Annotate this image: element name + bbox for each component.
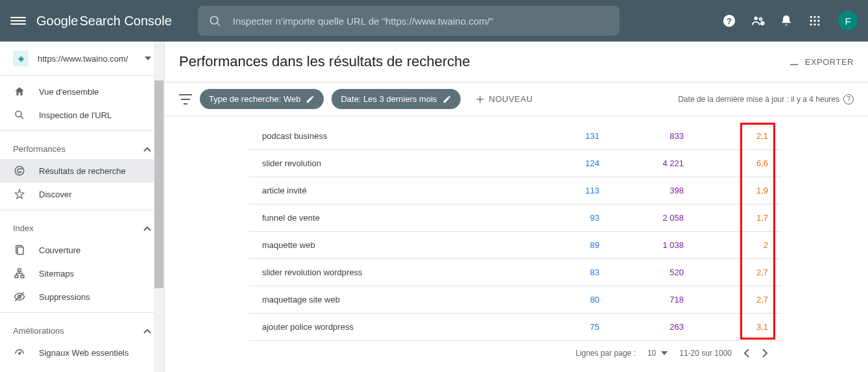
sidebar: ◈ https://www.twaino.com/ Vue d'ensemble… [0, 42, 165, 372]
cell-query: podcast business [262, 131, 515, 141]
svg-point-0 [210, 16, 218, 24]
sidebar-section-index[interactable]: Index [0, 214, 164, 238]
plus-icon [475, 94, 485, 105]
people-icon[interactable] [750, 13, 766, 29]
table-row[interactable]: slider revolution1244 2216,6 [249, 150, 781, 177]
next-page-button[interactable] [762, 349, 768, 358]
bell-icon[interactable] [778, 13, 794, 29]
cell-impressions: 718 [599, 295, 684, 304]
svg-point-4 [754, 17, 758, 20]
sidebar-item-url-inspection[interactable]: Inspection de l'URL [0, 103, 164, 127]
sidebar-section-enhancements[interactable]: Améliorations [0, 317, 164, 341]
property-selector[interactable]: ◈ https://www.twaino.com/ [0, 42, 164, 75]
sidebar-item-label: Couverture [39, 245, 80, 255]
svg-rect-28 [181, 99, 190, 100]
svg-point-8 [814, 16, 815, 18]
filter-chip-search-type[interactable]: Type de recherche: Web [200, 89, 324, 109]
menu-icon[interactable] [10, 13, 26, 29]
rows-per-page-select[interactable]: 10 [647, 349, 668, 358]
search-icon [13, 108, 26, 121]
export-button[interactable]: EXPORTER [788, 56, 854, 68]
sidebar-item-sitemaps[interactable]: Sitemaps [0, 262, 164, 285]
svg-rect-27 [179, 94, 192, 95]
cell-impressions: 1 038 [599, 240, 684, 250]
sidebar-item-label: Signaux Web essentiels [39, 348, 129, 358]
search-icon [208, 14, 221, 27]
sidebar-item-label: Discover [39, 190, 72, 199]
cell-query: funnel de vente [262, 213, 515, 223]
cell-clicks: 124 [515, 158, 599, 168]
filter-chip-date[interactable]: Date: Les 3 derniers mois [332, 89, 460, 109]
info-icon[interactable]: ? [843, 94, 854, 105]
cell-query: maquette web [262, 240, 515, 250]
filter-icon[interactable] [179, 93, 192, 106]
pagination: Lignes par page : 10 11-20 sur 1000 [249, 341, 781, 366]
table-row[interactable]: funnel de vente932 0581,7 [249, 205, 781, 232]
sidebar-item-label: Sitemaps [39, 269, 74, 279]
cell-clicks: 113 [515, 186, 599, 195]
svg-point-7 [810, 16, 812, 18]
cell-query: slider revolution wordpress [262, 267, 515, 277]
table-row[interactable]: article invité1133981,9 [249, 177, 781, 205]
sidebar-item-search-results[interactable]: Résultats de recherche [0, 159, 164, 182]
page-title: Performances dans les résultats de reche… [179, 53, 470, 70]
svg-rect-22 [15, 275, 18, 278]
table-row[interactable]: slider revolution wordpress835202,7 [249, 259, 781, 286]
cell-impressions: 4 221 [599, 158, 684, 168]
svg-point-5 [760, 18, 762, 20]
google-g-icon [13, 164, 26, 177]
sidebar-item-label: Inspection de l'URL [39, 110, 112, 120]
sidebar-section-performances[interactable]: Performances [0, 135, 164, 159]
table-row[interactable]: ajouter police wordpress752633,1 [249, 314, 781, 341]
svg-point-26 [19, 353, 20, 354]
svg-point-13 [810, 23, 812, 25]
cell-position: 2 [684, 240, 768, 250]
cell-impressions: 398 [599, 186, 684, 195]
cell-position: 1,9 [684, 186, 768, 195]
cell-position: 3,1 [684, 322, 768, 332]
table-row[interactable]: podcast business1318332,1 [249, 123, 781, 150]
sidebar-item-removals[interactable]: Suppressions [0, 285, 164, 308]
svg-point-9 [817, 16, 819, 18]
chevron-up-icon [143, 147, 151, 152]
cell-clicks: 89 [515, 240, 599, 250]
cell-clicks: 131 [515, 131, 599, 141]
download-icon [788, 56, 800, 68]
cell-clicks: 75 [515, 322, 599, 332]
sidebar-item-core-web-vitals[interactable]: Signaux Web essentiels [0, 341, 164, 364]
svg-point-15 [817, 23, 819, 25]
table-row[interactable]: maquette web891 0382 [249, 232, 781, 259]
pencil-icon [306, 95, 315, 104]
avatar[interactable]: F [838, 11, 858, 31]
svg-rect-29 [184, 103, 187, 105]
chevron-up-icon [143, 226, 151, 231]
help-icon[interactable]: ? [721, 13, 737, 29]
cell-query: article invité [262, 186, 515, 195]
prev-page-button[interactable] [743, 349, 750, 358]
url-inspect-search[interactable]: Inspecter n'importe quelle URL de "https… [198, 6, 620, 36]
apps-icon[interactable] [807, 13, 823, 29]
sidebar-scrollbar[interactable] [154, 42, 164, 372]
cell-impressions: 520 [599, 267, 684, 277]
cell-position: 6,6 [684, 158, 768, 168]
cell-clicks: 80 [515, 295, 599, 304]
sidebar-item-overview[interactable]: Vue d'ensemble [0, 80, 164, 103]
add-filter-button[interactable]: NOUVEAU [468, 94, 540, 105]
sidebar-item-coverage[interactable]: Couverture [0, 238, 164, 262]
pencil-icon [442, 95, 452, 104]
search-placeholder: Inspecter n'importe quelle URL de "https… [233, 16, 493, 27]
cell-impressions: 2 058 [599, 213, 684, 223]
table-row[interactable]: maquettage site web807182,7 [249, 286, 781, 314]
cell-impressions: 263 [599, 322, 684, 332]
svg-rect-21 [18, 269, 21, 271]
rows-per-page-label: Lignes par page : [575, 349, 636, 358]
pages-icon [13, 243, 26, 256]
cell-clicks: 83 [515, 267, 599, 277]
last-update-text: Date de la dernière mise à jour : il y a… [678, 94, 854, 105]
sidebar-item-discover[interactable]: Discover [0, 182, 164, 206]
cell-query: ajouter police wordpress [262, 322, 515, 332]
logo-search-console: Search Console [80, 14, 172, 29]
svg-point-18 [15, 166, 24, 175]
queries-table: podcast business1318332,1slider revoluti… [249, 123, 781, 341]
main-content: Performances dans les résultats de reche… [165, 42, 868, 372]
